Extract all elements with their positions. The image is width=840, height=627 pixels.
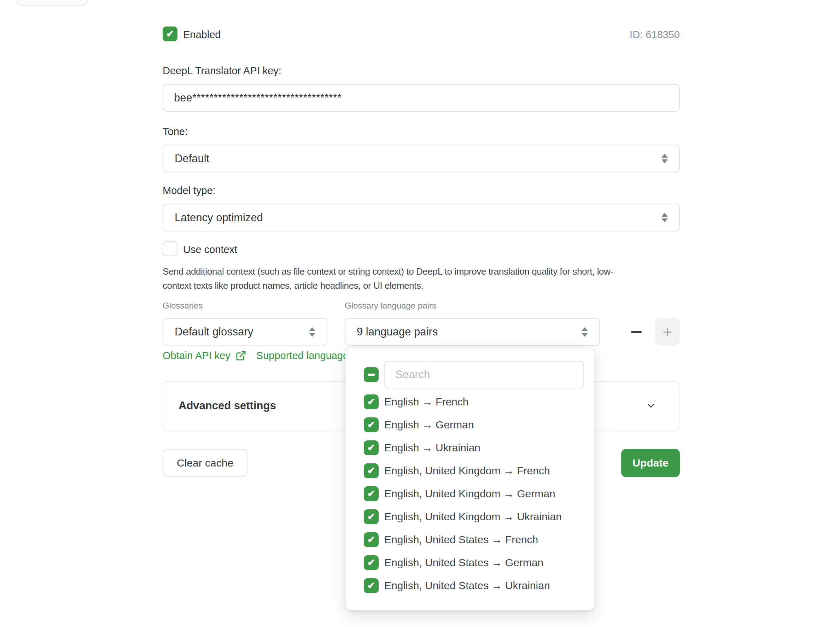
language-pair-item[interactable]: ✔ English → Ukrainian — [364, 440, 584, 455]
tone-label: Tone: — [162, 126, 188, 137]
check-icon: ✔ — [166, 28, 174, 39]
checkbox-checked-icon[interactable]: ✔ — [364, 394, 379, 409]
select-stepper-icon — [662, 154, 668, 163]
select-stepper-icon — [309, 327, 315, 337]
glossary-select-value: Default glossary — [175, 326, 253, 338]
help-links-row: Obtain API key Supported languages — [162, 350, 354, 362]
clear-cache-button[interactable]: Clear cache — [162, 449, 247, 477]
minus-icon — [631, 331, 641, 333]
add-glossary-button[interactable]: + — [655, 318, 680, 346]
check-icon: ✔ — [367, 557, 375, 568]
language-pair-item[interactable]: ✔ English, United Kingdom → French — [364, 463, 584, 479]
checkbox-checked-icon[interactable]: ✔ — [364, 555, 379, 570]
check-icon: ✔ — [367, 442, 375, 454]
enabled-label: Enabled — [183, 29, 221, 41]
supported-languages-link[interactable]: Supported languages — [256, 350, 354, 362]
check-icon: ✔ — [367, 488, 375, 499]
checkbox-checked-icon[interactable]: ✔ — [364, 463, 379, 478]
language-pair-label: English, United Kingdom → Ukrainian — [384, 511, 562, 523]
check-icon: ✔ — [367, 580, 375, 591]
plus-icon: + — [663, 322, 673, 342]
check-icon: ✔ — [367, 511, 375, 522]
remove-glossary-button[interactable] — [625, 318, 648, 346]
check-icon: ✔ — [367, 419, 375, 430]
model-type-select-value: Latency optimized — [175, 211, 263, 224]
cutoff-panel-fragment — [16, 0, 88, 6]
checkbox-checked-icon[interactable]: ✔ — [364, 578, 379, 593]
language-pair-label: English, United Kingdom → French — [384, 465, 550, 477]
language-pair-item[interactable]: ✔ English → French — [364, 394, 584, 410]
glossary-pairs-label: Glossary language pairs — [345, 301, 436, 311]
advanced-settings-title: Advanced settings — [178, 399, 276, 412]
language-pair-label: English → French — [384, 396, 468, 408]
model-type-label: Model type: — [162, 185, 216, 197]
glossary-pairs-select[interactable]: 9 language pairs — [345, 318, 600, 346]
language-pair-label: English → German — [384, 419, 474, 431]
language-pair-item[interactable]: ✔ English, United States → German — [364, 555, 584, 570]
language-pair-item[interactable]: ✔ English, United Kingdom → German — [364, 486, 584, 501]
language-pair-item[interactable]: ✔ English, United Kingdom → Ukrainian — [364, 509, 584, 525]
use-context-label: Use context — [183, 244, 237, 255]
glossary-select[interactable]: Default glossary — [162, 318, 327, 346]
checkbox-checked-icon[interactable]: ✔ — [364, 417, 379, 432]
glossary-pairs-select-value: 9 language pairs — [357, 326, 438, 338]
api-key-label: DeepL Translator API key: — [162, 65, 281, 77]
checkbox-checked-icon[interactable]: ✔ — [364, 509, 379, 524]
obtain-api-key-link[interactable]: Obtain API key — [162, 350, 246, 362]
language-pair-label: English, United States → French — [384, 534, 538, 546]
tone-select-value: Default — [175, 152, 209, 165]
select-all-checkbox[interactable] — [364, 367, 379, 382]
use-context-description: Send additional context (such as file co… — [162, 265, 613, 293]
language-pair-label: English, United States → Ukrainian — [384, 580, 550, 592]
search-input[interactable] — [384, 361, 584, 388]
language-pair-item[interactable]: ✔ English → German — [364, 417, 584, 433]
language-pair-item[interactable]: ✔ English, United States → Ukrainian — [364, 578, 584, 594]
language-pair-item[interactable]: ✔ English, United States → French — [364, 532, 584, 547]
integration-id: ID: 618350 — [630, 29, 680, 41]
language-pairs-dropdown: ✔ English → French ✔ English → German ✔ … — [345, 347, 595, 610]
enabled-checkbox[interactable]: ✔ — [162, 27, 178, 41]
check-icon: ✔ — [367, 534, 375, 545]
deepl-settings-page: ✔ Enabled ID: 618350 DeepL Translator AP… — [0, 0, 840, 627]
checkbox-checked-icon[interactable]: ✔ — [364, 532, 379, 547]
language-pair-label: English, United States → German — [384, 557, 544, 569]
language-pair-label: English → Ukrainian — [384, 442, 481, 454]
checkbox-checked-icon[interactable]: ✔ — [364, 440, 379, 455]
model-type-select[interactable]: Latency optimized — [162, 203, 680, 232]
update-button[interactable]: Update — [621, 449, 680, 477]
glossaries-label: Glossaries — [162, 301, 203, 311]
use-context-checkbox[interactable] — [162, 241, 178, 256]
external-link-icon — [235, 350, 246, 361]
indeterminate-icon — [368, 373, 375, 376]
tone-select[interactable]: Default — [162, 145, 680, 172]
language-pair-list: ✔ English → French ✔ English → German ✔ … — [364, 394, 584, 601]
check-icon: ✔ — [367, 396, 375, 408]
api-key-input[interactable] — [162, 84, 680, 112]
chevron-down-icon — [646, 400, 656, 411]
language-pair-label: English, United Kingdom → German — [384, 488, 555, 500]
checkbox-checked-icon[interactable]: ✔ — [364, 486, 379, 501]
check-icon: ✔ — [367, 465, 375, 476]
select-stepper-icon — [582, 327, 588, 337]
select-stepper-icon — [662, 213, 668, 222]
